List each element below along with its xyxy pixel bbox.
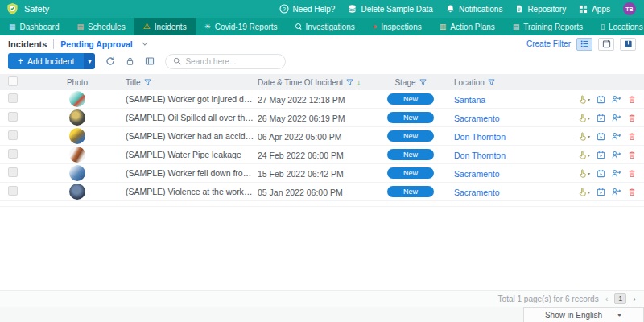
nav-tab-dashboard[interactable]: ▦Dashboard — [0, 18, 68, 35]
column-header-title[interactable]: Title — [126, 78, 258, 87]
incident-photo[interactable] — [69, 184, 85, 200]
schedule-action-button[interactable] — [597, 151, 605, 159]
calendar-event-icon — [597, 169, 605, 178]
column-header-stage[interactable]: Stage — [378, 78, 443, 87]
location-link[interactable]: Don Thornton — [454, 132, 506, 142]
forward-action-button[interactable] — [612, 95, 621, 104]
delete-action-button[interactable] — [628, 114, 636, 122]
incident-title[interactable]: (SAMPLE) Worker had an accident inside t… — [126, 131, 254, 141]
refresh-button[interactable] — [105, 56, 115, 66]
location-link[interactable]: Sacramento — [454, 114, 500, 123]
incident-title[interactable]: (SAMPLE) Water Pipe leakage — [126, 150, 254, 159]
schedule-action-button[interactable] — [597, 169, 605, 178]
calendar-view-button[interactable] — [598, 38, 614, 51]
approve-action-button[interactable]: ▾ — [578, 169, 590, 178]
previous-page-button[interactable]: ‹ — [605, 294, 609, 303]
nav-tab-schedules[interactable]: ▤Schedules — [68, 18, 134, 35]
schedule-action-button[interactable] — [597, 132, 605, 141]
stage-badge[interactable]: New — [387, 149, 434, 160]
approve-action-button[interactable]: ▾ — [578, 95, 590, 104]
search-input[interactable] — [185, 57, 274, 66]
column-header-location[interactable]: Location — [443, 78, 539, 87]
column-chooser-button[interactable] — [145, 56, 155, 66]
lock-button[interactable] — [126, 56, 134, 66]
approve-action-button[interactable]: ▾ — [578, 151, 590, 159]
incident-photo[interactable] — [69, 128, 85, 144]
forward-action-button[interactable] — [612, 169, 621, 178]
create-filter-link[interactable]: Create Filter — [526, 39, 571, 48]
location-link[interactable]: Santana — [454, 95, 485, 105]
location-link[interactable]: Don Thornton — [454, 151, 506, 160]
incident-photo[interactable] — [69, 165, 85, 181]
nav-tab-locations[interactable]: ▯Locations — [592, 18, 644, 35]
stage-badge[interactable]: New — [387, 93, 434, 105]
incident-title[interactable]: (SAMPLE) Oil Spilled all over the place — [126, 113, 254, 122]
column-header-date[interactable]: Date & Time Of Incident↓ — [258, 78, 378, 87]
user-avatar[interactable]: TB — [623, 2, 636, 15]
delete-sample-data-button[interactable]: Delete Sample Data — [348, 4, 433, 14]
row-checkbox[interactable] — [8, 112, 18, 122]
stage-badge[interactable]: New — [387, 112, 434, 123]
row-checkbox[interactable] — [8, 130, 18, 140]
location-link[interactable]: Sacramento — [454, 169, 500, 179]
incident-photo[interactable] — [69, 109, 85, 126]
nav-tab-investigations[interactable]: Investigations — [287, 18, 364, 35]
need-help-button[interactable]: ? Need Help? — [279, 4, 336, 14]
incident-photo[interactable] — [69, 147, 85, 163]
row-checkbox[interactable] — [8, 93, 18, 103]
add-incident-label: Add Incident — [27, 56, 74, 66]
page-number-button[interactable]: 1 — [614, 293, 626, 304]
incident-photo[interactable] — [69, 91, 85, 107]
approve-action-button[interactable]: ▾ — [578, 114, 590, 122]
repository-button[interactable]: Repository — [515, 4, 566, 14]
hand-pointer-icon — [578, 169, 587, 178]
forward-action-button[interactable] — [612, 114, 621, 122]
location-link[interactable]: Sacramento — [454, 188, 500, 197]
row-checkbox[interactable] — [8, 149, 18, 159]
add-incident-dropdown-button[interactable]: ▼ — [84, 53, 95, 69]
approve-action-button[interactable]: ▾ — [578, 188, 590, 196]
incident-title[interactable]: (SAMPLE) Violence at the workplace — [126, 187, 254, 196]
nav-tab-inspections[interactable]: ●Inspections — [364, 18, 431, 35]
nav-tab-training-reports[interactable]: ▤Training Reports — [504, 18, 592, 35]
filter-icon[interactable] — [488, 79, 495, 86]
incident-title[interactable]: (SAMPLE) Worker got injured due to falli… — [126, 94, 254, 104]
delete-action-button[interactable] — [628, 169, 636, 178]
delete-action-button[interactable] — [628, 95, 636, 104]
nav-tab-covid-reports[interactable]: ☀Covid-19 Reports — [196, 18, 287, 35]
nav-tab-action-plans[interactable]: ▥Action Plans — [431, 18, 504, 35]
sort-descending-icon[interactable]: ↓ — [357, 78, 361, 87]
delete-action-button[interactable] — [628, 188, 636, 196]
schedule-action-button[interactable] — [597, 114, 605, 122]
filter-icon[interactable] — [144, 79, 151, 86]
incident-title[interactable]: (SAMPLE) Worker fell down from the stair… — [126, 168, 254, 178]
filter-icon[interactable] — [346, 79, 353, 86]
list-view-button[interactable] — [576, 38, 592, 51]
stage-badge[interactable]: New — [387, 186, 434, 197]
row-checkbox[interactable] — [8, 167, 18, 177]
apps-button[interactable]: Apps — [579, 5, 610, 14]
filter-icon[interactable] — [419, 79, 427, 86]
stage-badge[interactable]: New — [387, 130, 434, 142]
language-selector[interactable]: Show in English ▼ — [523, 307, 644, 322]
delete-action-button[interactable] — [628, 151, 636, 159]
nav-tab-label: Training Reports — [523, 23, 583, 31]
stage-badge[interactable]: New — [387, 167, 434, 179]
calendar-event-icon — [597, 114, 605, 122]
delete-action-button[interactable] — [628, 132, 636, 141]
nav-tab-incidents[interactable]: ⚠Incidents — [134, 18, 196, 35]
next-page-button[interactable]: › — [633, 294, 636, 303]
schedule-action-button[interactable] — [597, 188, 605, 196]
approve-action-button[interactable]: ▾ — [578, 132, 590, 141]
select-all-checkbox[interactable] — [8, 76, 18, 86]
chevron-down-icon[interactable] — [142, 40, 147, 46]
forward-action-button[interactable] — [612, 132, 621, 141]
row-checkbox[interactable] — [8, 186, 18, 196]
add-incident-button[interactable]: +Add Incident — [8, 53, 84, 69]
forward-action-button[interactable] — [612, 151, 621, 159]
view-selector[interactable]: Pending Approval — [60, 39, 132, 49]
board-view-button[interactable] — [620, 38, 636, 51]
schedule-action-button[interactable] — [597, 95, 605, 104]
notifications-button[interactable]: Notifications — [446, 4, 502, 14]
forward-action-button[interactable] — [612, 188, 621, 196]
